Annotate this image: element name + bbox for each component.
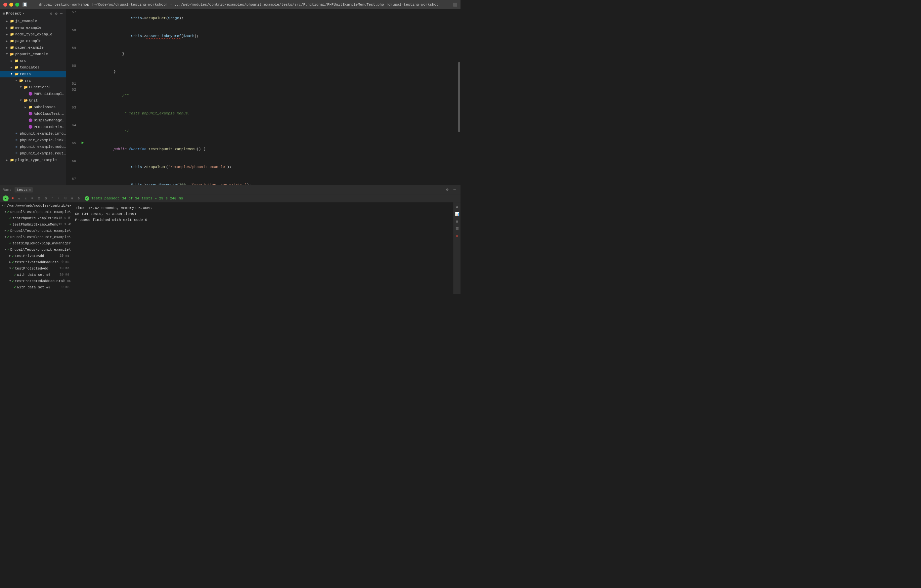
traffic-lights xyxy=(3,3,19,6)
sidebar-item-label: phpunit_example.module xyxy=(20,145,66,149)
config-icon[interactable]: ⚙ xyxy=(76,196,81,201)
chart-icon[interactable]: 📊 xyxy=(454,211,460,217)
sidebar-item-templates[interactable]: ▶ 📁 templates xyxy=(0,64,66,71)
test-item-unit-display[interactable]: ▼ ✓ Drupal\Tests\phpunit_example\Unit\ 1… xyxy=(0,234,71,240)
sidebar-item-subclasses[interactable]: ▶ 📁 Subclasses xyxy=(0,104,66,110)
sidebar-item-unit[interactable]: ▼ 📂 Unit xyxy=(0,97,66,104)
sidebar-item-routing-yml[interactable]: ≡ phpunit_example.routing.yml xyxy=(0,150,66,157)
close-button[interactable] xyxy=(3,3,7,6)
test-item-protected-add[interactable]: ▼ ✓ testProtectedAdd 10 ms xyxy=(0,265,71,271)
check-icon: ✓ xyxy=(9,222,11,227)
sidebar-item-label: menu_example xyxy=(15,26,41,30)
test-item-functional[interactable]: ▼ ✓ Drupal\Tests\phpunit_example\Fu 29 s… xyxy=(0,209,71,215)
output-line-exit: Process finished with exit code 0 xyxy=(75,217,449,223)
test-item-dataset-0-bad[interactable]: ✓ with data set #0 0 ms xyxy=(0,284,71,290)
list-icon[interactable]: ☰ xyxy=(454,226,460,232)
code-token: $this xyxy=(114,16,142,20)
sidebar-item-tests-src[interactable]: ▼ 📂 src xyxy=(0,77,66,84)
close-tab-button[interactable]: ✕ xyxy=(29,188,31,192)
sidebar-icon-collapse[interactable]: — xyxy=(60,11,63,16)
sidebar-item-menu_example[interactable]: ▶ 📁 menu_example xyxy=(0,24,66,31)
sidebar-header-icons: ⊕ ⚙ — xyxy=(49,11,63,16)
test-item-unit-a[interactable]: ▶ ✓ Drupal\Tests\phpunit_example\Unit\A … xyxy=(0,227,71,234)
rerun-icon[interactable]: ↺ xyxy=(16,196,22,201)
scroll-up-icon[interactable]: ▲ xyxy=(454,204,460,210)
code-token: assertLinkByHref xyxy=(146,34,181,38)
yml-file-icon: ≡ xyxy=(14,151,19,156)
test-item-link[interactable]: ✓ testPhpUnitExampleLink 15 s 570 ms xyxy=(0,215,71,221)
sidebar-item-add-class-test[interactable]: 🟣 AddClassTest.php xyxy=(0,110,66,117)
sidebar-item-phpunit_example[interactable]: ▼ 📂 phpunit_example xyxy=(0,51,66,58)
sidebar-item-tests[interactable]: ▼ 📂 tests xyxy=(0,71,66,77)
test-item-private-add-bad[interactable]: ▶ ✓ testPrivateAddBadData 0 ms xyxy=(0,259,71,265)
sidebar-icon-gear[interactable]: ⊕ xyxy=(49,11,53,16)
sidebar-item-protected-privates-test[interactable]: 🟣 ProtectedPrivatesTest.php xyxy=(0,124,66,130)
test-item-dataset-0-protected[interactable]: ✓ with data set #0 10 ms xyxy=(0,271,71,278)
test-item-simple-mock[interactable]: ✓ testSimpleMockDisplayManager 120 ms xyxy=(0,240,71,246)
test-item-label: Drupal\Tests\phpunit_example\Unit\P xyxy=(10,248,71,252)
sidebar-item-page_example[interactable]: ▶ 📁 page_example xyxy=(0,38,66,44)
window-control[interactable] xyxy=(453,3,457,6)
code-token: '/examples/phpunit-example' xyxy=(168,165,227,169)
sidebar-item-display-manager-test[interactable]: 🟣 DisplayManagerTest.php xyxy=(0,117,66,124)
code-lines[interactable]: 57 $this->drupalGet($page); 58 $this->as… xyxy=(66,9,460,185)
test-item-menu[interactable]: ✓ testPhpUnitExampleMenu 13 s 490 ms xyxy=(0,221,71,227)
sidebar-item-pager_example[interactable]: ▶ 📁 pager_example xyxy=(0,44,66,51)
arrow-icon: ▼ xyxy=(9,279,11,283)
sidebar-item-phpunit-menu-test[interactable]: 🟣 PHPUnitExampleMenuTest.php xyxy=(0,91,66,97)
yml-file-icon: ≡ xyxy=(14,131,19,136)
prev-failure-icon[interactable]: ↑ xyxy=(50,196,55,201)
arrow-icon: ▼ xyxy=(18,98,23,103)
sidebar-item-links-menu-yml[interactable]: ≡ phpunit_example.links.menu.yml xyxy=(0,137,66,143)
sidebar-icon-settings[interactable]: ⚙ xyxy=(55,11,58,16)
code-token: drupalGet xyxy=(146,16,166,20)
sort-icon[interactable]: ⇅ xyxy=(23,196,28,201)
test-item-protected-add-bad[interactable]: ▼ ✓ testProtectedAddBadData 0 ms xyxy=(0,278,71,284)
sidebar-item-plugin_type_example[interactable]: ▶ 📁 plugin_type_example xyxy=(0,157,66,163)
test-item-root[interactable]: ▼ ✓ /var/www/web/modules/contrib/exa 29 … xyxy=(0,202,71,209)
line-number: 58 xyxy=(66,27,80,33)
line-number: 63 xyxy=(66,104,80,110)
stop-icon[interactable]: ■ xyxy=(10,196,15,201)
test-status: ✓ Tests passed: 34 of 34 tests – 29 s 24… xyxy=(85,196,183,201)
next-failure-icon[interactable]: ↓ xyxy=(56,196,62,201)
test-item-private-add[interactable]: ▶ ✓ testPrivateAdd 10 ms xyxy=(0,253,71,259)
line-content: $this->drupalGet('/examples/phpunit-exam… xyxy=(86,158,460,176)
sidebar-item-module[interactable]: ≡ phpunit_example.module xyxy=(0,143,66,150)
settings-icon[interactable]: ⚙ xyxy=(444,187,451,193)
code-token: -> xyxy=(142,16,146,20)
sidebar-item-label: Unit xyxy=(29,99,38,102)
delete-icon[interactable]: ✕ xyxy=(454,233,460,239)
run-tab[interactable]: tests ✕ xyxy=(15,187,33,192)
line-content: $this->drupalGet($page); xyxy=(86,9,460,27)
collapse-all-icon[interactable]: ⊟ xyxy=(43,196,48,201)
line-number: 65 xyxy=(66,140,80,146)
run-button[interactable]: ▶ xyxy=(3,195,8,201)
folder-icon: 📁 xyxy=(9,18,15,24)
output-panel: Time: 46.62 seconds, Memory: 6.00MB OK (… xyxy=(71,202,453,294)
sidebar-item-src[interactable]: ▶ 📁 src xyxy=(0,58,66,64)
code-line-66: 66 $this->drupalGet('/examples/phpunit-e… xyxy=(66,158,460,176)
filter-icon[interactable]: ≡ xyxy=(30,196,35,201)
sidebar-item-node_type_example[interactable]: ▶ 📁 node_type_example xyxy=(0,31,66,38)
test-item-unit-p[interactable]: ▼ ✓ Drupal\Tests\phpunit_example\Unit\P … xyxy=(0,246,71,253)
sidebar-item-label: tests xyxy=(20,72,31,76)
sidebar-item-js_example[interactable]: ▶ 📁 js_example xyxy=(0,18,66,24)
grid-icon[interactable]: ⊞ xyxy=(454,218,460,224)
sidebar-item-info-yml[interactable]: ≡ phpunit_example.info.yml xyxy=(0,130,66,137)
editor-scrollbar[interactable] xyxy=(458,9,460,185)
maximize-button[interactable] xyxy=(15,3,19,6)
export-icon[interactable]: ⎘ xyxy=(63,196,68,201)
run-test-icon[interactable]: ▶ xyxy=(81,140,84,145)
expand-all-icon[interactable]: ⊞ xyxy=(36,196,42,201)
arrow-icon xyxy=(9,151,14,156)
check-icon: ✓ xyxy=(11,279,14,283)
history-icon[interactable]: ⊚ xyxy=(70,196,75,201)
line-content: } xyxy=(86,63,460,81)
collapse-icon[interactable]: — xyxy=(451,187,458,193)
minimize-button[interactable] xyxy=(9,3,13,6)
arrow-icon: ▶ xyxy=(9,58,14,63)
sidebar-item-functional[interactable]: ▼ 📂 Functional xyxy=(0,84,66,91)
editor-scrollbar-thumb xyxy=(458,62,460,132)
time-badge: 0 ms xyxy=(63,279,71,283)
